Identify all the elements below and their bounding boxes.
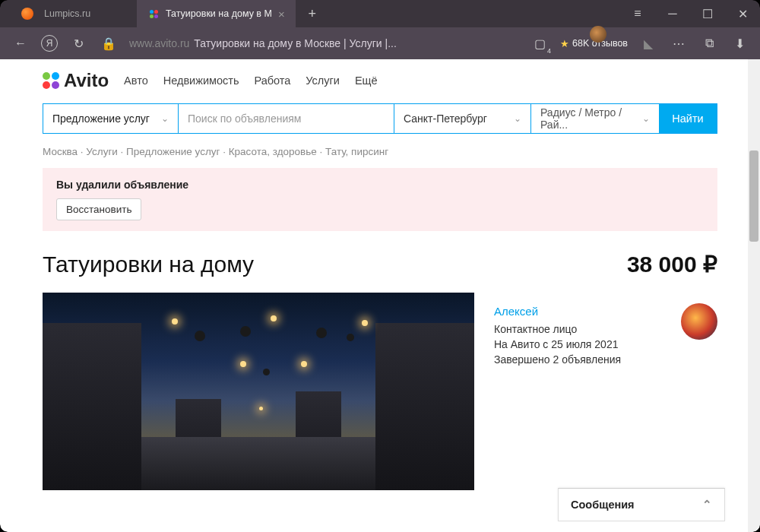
listing-gallery[interactable] xyxy=(43,293,474,490)
profile-avatar-icon[interactable] xyxy=(590,26,606,43)
avatar[interactable] xyxy=(681,303,717,340)
nav-item[interactable]: Работа xyxy=(254,74,290,87)
nav-item[interactable]: Недвижимость xyxy=(163,74,239,87)
close-button[interactable]: ✕ xyxy=(725,0,760,27)
lock-icon: 🔒 xyxy=(99,33,119,53)
top-nav: Авто Недвижимость Работа Услуги Ещё xyxy=(124,74,378,87)
chevron-down-icon: ⌄ xyxy=(514,113,521,124)
seller-stats: Завершено 2 объявления xyxy=(494,352,669,367)
scrollbar[interactable] xyxy=(748,59,760,532)
seller-since: На Авито с 25 июля 2021 xyxy=(494,337,669,352)
star-icon: ★ xyxy=(560,38,569,49)
menu-button[interactable]: ≡ xyxy=(620,0,655,27)
url-title: Татуировки на дому в Москве | Услуги |..… xyxy=(194,37,396,49)
seller-panel: Алексей Контактное лицо На Авито с 25 ию… xyxy=(494,293,717,490)
seller-role: Контактное лицо xyxy=(494,321,669,337)
favicon-icon xyxy=(21,8,33,20)
search-input[interactable]: Поиск по объявлениям xyxy=(179,104,394,133)
chevron-down-icon: ⌄ xyxy=(642,113,650,124)
nav-item[interactable]: Авто xyxy=(124,74,148,87)
notification-icon[interactable]: ▢4 xyxy=(530,33,549,53)
tab-active[interactable]: Татуировки на дому в М × xyxy=(137,0,296,27)
url-display[interactable]: www.avito.ru Татуировки на дому в Москве… xyxy=(129,37,397,49)
nav-item[interactable]: Услуги xyxy=(306,74,340,87)
listing-title: Татуировки на дому xyxy=(43,252,254,277)
minimize-button[interactable]: ─ xyxy=(655,0,690,27)
city-select[interactable]: Санкт-Петербург ⌄ xyxy=(394,104,531,133)
messages-bar[interactable]: Сообщения ⌃ xyxy=(558,488,725,521)
tab-inactive[interactable]: Lumpics.ru xyxy=(0,0,137,27)
logo-icon xyxy=(43,72,59,89)
url-host: www.avito.ru xyxy=(129,37,189,49)
listing-price: 38 000 ₽ xyxy=(627,251,717,277)
messages-label: Сообщения xyxy=(571,499,635,511)
nav-item[interactable]: Ещё xyxy=(355,74,378,87)
new-tab-button[interactable]: + xyxy=(302,3,323,24)
favicon-icon xyxy=(147,8,160,20)
notice-title: Вы удалили объявление xyxy=(56,179,704,191)
browser-tabs: Lumpics.ru Татуировки на дому в М × + xyxy=(0,0,620,27)
page-content: Avito Авто Недвижимость Работа Услуги Ещ… xyxy=(0,59,760,532)
more-icon[interactable]: ⋯ xyxy=(669,33,689,53)
seller-name[interactable]: Алексей xyxy=(494,303,669,320)
breadcrumb[interactable]: Москва · Услуги · Предложение услуг · Кр… xyxy=(0,146,760,168)
notice-banner: Вы удалили объявление Восстановить xyxy=(43,168,717,231)
close-icon[interactable]: × xyxy=(278,8,285,21)
titlebar: Lumpics.ru Татуировки на дому в М × + ≡ … xyxy=(0,0,760,27)
search-button[interactable]: Найти xyxy=(659,104,717,133)
reload-button[interactable]: ↻ xyxy=(68,33,88,53)
site-header: Avito Авто Недвижимость Работа Услуги Ещ… xyxy=(0,59,760,100)
window-controls: ≡ ─ ☐ ✕ xyxy=(620,0,760,27)
restore-button[interactable]: Восстановить xyxy=(56,198,141,220)
back-button[interactable]: ← xyxy=(11,33,30,53)
radius-select[interactable]: Радиус / Метро / Рай... ⌄ xyxy=(531,104,659,133)
chevron-up-icon: ⌃ xyxy=(702,499,712,511)
chevron-down-icon: ⌄ xyxy=(161,113,169,124)
scrollbar-thumb[interactable] xyxy=(749,150,758,242)
category-select[interactable]: Предложение услуг ⌄ xyxy=(43,104,179,133)
tab-label: Lumpics.ru xyxy=(44,8,90,19)
address-bar: ← Я ↻ 🔒 www.avito.ru Татуировки на дому … xyxy=(0,27,760,59)
maximize-button[interactable]: ☐ xyxy=(690,0,725,27)
tab-label: Татуировки на дому в М xyxy=(166,8,272,19)
yandex-icon[interactable]: Я xyxy=(41,35,58,52)
listing-header: Татуировки на дому 38 000 ₽ xyxy=(0,251,760,293)
logo[interactable]: Avito xyxy=(43,70,109,91)
extensions-icon[interactable]: ⧉ xyxy=(699,33,719,53)
downloads-icon[interactable]: ⬇ xyxy=(730,33,749,53)
bookmark-icon[interactable]: ◣ xyxy=(638,33,658,53)
search-bar: Предложение услуг ⌄ Поиск по объявлениям… xyxy=(43,103,717,134)
